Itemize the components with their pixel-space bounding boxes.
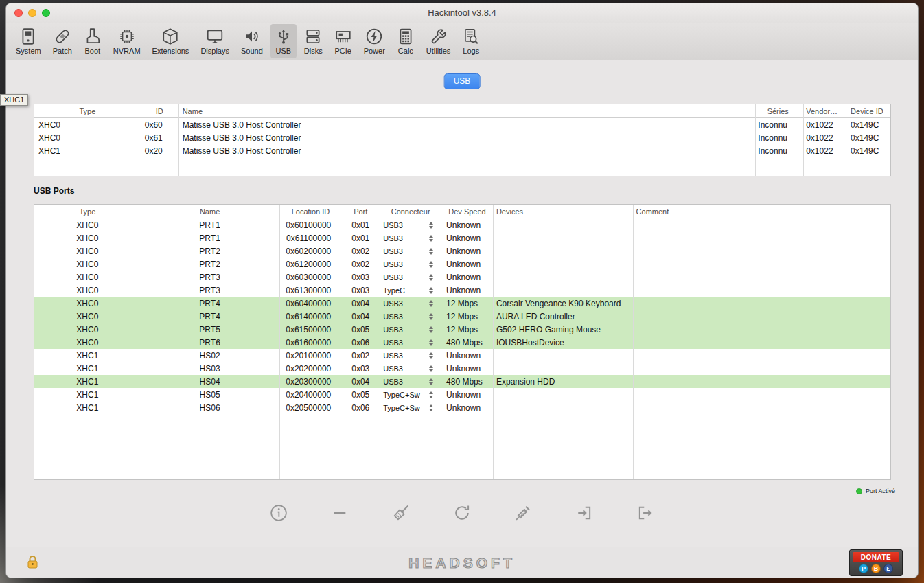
toolbar-item-sound[interactable]: Sound bbox=[237, 24, 267, 58]
connector-select[interactable]: USB3 bbox=[379, 258, 442, 271]
cell-devices bbox=[492, 231, 632, 244]
refresh-button[interactable] bbox=[452, 503, 472, 524]
column-header-port[interactable]: Port bbox=[342, 205, 379, 218]
toolbar-item-displays[interactable]: Displays bbox=[196, 24, 233, 58]
cell-name: PRT2 bbox=[141, 244, 279, 258]
port-row[interactable]: XHC0PRT20x602000000x02USB3Unknown bbox=[34, 244, 890, 258]
toolbar-item-label: Extensions bbox=[152, 47, 189, 56]
cell-comment bbox=[632, 218, 890, 231]
toolbar-item-extensions[interactable]: Extensions bbox=[148, 24, 194, 58]
column-header-device_id[interactable]: Device ID bbox=[846, 104, 890, 117]
litecoin-icon: Ł bbox=[883, 564, 893, 573]
column-header-name[interactable]: Name bbox=[178, 104, 754, 117]
column-header-series[interactable]: Séries bbox=[754, 104, 802, 117]
connector-select[interactable]: USB3 bbox=[379, 323, 442, 336]
export-button[interactable] bbox=[635, 503, 656, 524]
toolbar-item-pcie[interactable]: PCIe bbox=[330, 24, 356, 58]
inject-button[interactable] bbox=[513, 503, 533, 524]
connector-select[interactable]: USB3 bbox=[379, 362, 442, 375]
port-row[interactable]: XHC1HS060x205000000x06TypeC+SwUnknown bbox=[34, 401, 890, 414]
cell-comment bbox=[632, 244, 890, 258]
remove-button[interactable] bbox=[330, 503, 350, 524]
column-header-dev_speed[interactable]: Dev Speed bbox=[442, 205, 492, 218]
column-header-type[interactable]: Type bbox=[34, 205, 141, 218]
port-row[interactable]: XHC1HS040x203000000x04USB3480 MbpsExpans… bbox=[34, 375, 890, 388]
connector-value: USB3 bbox=[383, 312, 403, 321]
port-row[interactable]: XHC0PRT10x601000000x01USB3Unknown bbox=[34, 218, 890, 231]
controller-row[interactable]: XHC00x61Matisse USB 3.0 Host ControllerI… bbox=[34, 131, 890, 144]
port-row[interactable]: XHC0PRT20x612000000x02USB3Unknown bbox=[34, 258, 890, 271]
displays-icon bbox=[206, 25, 224, 47]
cell-comment bbox=[632, 310, 890, 323]
connector-select[interactable]: USB3 bbox=[379, 349, 442, 362]
column-header-id[interactable]: ID bbox=[141, 104, 178, 117]
clean-button[interactable] bbox=[391, 503, 411, 524]
donate-button[interactable]: DONATE PBŁ bbox=[849, 549, 903, 576]
desktop-background: Hackintool v3.8.4 SystemPatchBootNVRAMEx… bbox=[0, 0, 924, 583]
port-row[interactable]: XHC0PRT40x614000000x04USB312 MbpsAURA LE… bbox=[34, 310, 890, 323]
column-header-connector[interactable]: Connecteur bbox=[379, 205, 442, 218]
connector-select[interactable]: USB3 bbox=[379, 218, 442, 231]
port-row[interactable]: XHC0PRT40x604000000x04USB312 MbpsCorsair… bbox=[34, 297, 890, 310]
port-row[interactable]: XHC0PRT10x611000000x01USB3Unknown bbox=[34, 231, 890, 244]
cell-type: XHC1 bbox=[34, 144, 141, 157]
import-button[interactable] bbox=[574, 503, 594, 524]
connector-select[interactable]: TypeC+Sw bbox=[379, 388, 442, 401]
toolbar-item-boot[interactable]: Boot bbox=[80, 24, 106, 58]
port-row[interactable]: XHC0PRT50x615000000x05USB312 MbpsG502 HE… bbox=[34, 323, 890, 336]
port-row[interactable]: XHC0PRT30x603000000x03USB3Unknown bbox=[34, 271, 890, 284]
cell-dev_speed: Unknown bbox=[442, 231, 492, 244]
cell-comment bbox=[632, 349, 890, 362]
connector-select[interactable]: USB3 bbox=[379, 244, 442, 258]
port-row[interactable]: XHC0PRT60x616000000x06USB3480 MbpsIOUSBH… bbox=[34, 336, 890, 349]
stepper-arrows-icon bbox=[429, 274, 433, 281]
cell-comment bbox=[632, 258, 890, 271]
toolbar-item-label: Boot bbox=[85, 47, 101, 56]
connector-select[interactable]: USB3 bbox=[379, 271, 442, 284]
usb-ports-table: TypeNameLocation IDPortConnecteurDev Spe… bbox=[34, 204, 891, 480]
cell-comment bbox=[632, 401, 890, 414]
controller-row[interactable]: XHC00x60Matisse USB 3.0 Host ControllerI… bbox=[34, 118, 890, 131]
cell-dev_speed: 480 Mbps bbox=[442, 336, 492, 349]
port-row[interactable]: XHC1HS030x202000000x03USB3Unknown bbox=[34, 362, 890, 375]
column-header-vendor[interactable]: Vendor… bbox=[802, 104, 846, 117]
column-header-devices[interactable]: Devices bbox=[492, 205, 632, 218]
port-row[interactable]: XHC1HS020x201000000x02USB3Unknown bbox=[34, 349, 890, 362]
cell-series: Inconnu bbox=[754, 118, 802, 131]
toolbar-item-disks[interactable]: Disks bbox=[300, 24, 327, 58]
donate-label: DONATE bbox=[853, 552, 899, 562]
connector-select[interactable]: USB3 bbox=[379, 336, 442, 349]
toolbar-item-usb[interactable]: USB bbox=[270, 24, 297, 58]
column-header-type[interactable]: Type bbox=[34, 104, 141, 117]
toolbar-item-patch[interactable]: Patch bbox=[49, 24, 76, 58]
cell-device_id: 0x149C bbox=[846, 144, 890, 157]
toolbar-item-utilities[interactable]: Utilities bbox=[422, 24, 454, 58]
toolbar-item-calc[interactable]: Calc bbox=[393, 24, 419, 58]
connector-select[interactable]: USB3 bbox=[379, 231, 442, 244]
connector-select[interactable]: TypeC bbox=[379, 284, 442, 297]
logs-icon bbox=[462, 25, 480, 47]
connector-select[interactable]: TypeC+Sw bbox=[379, 401, 442, 414]
toolbar-item-logs[interactable]: Logs bbox=[458, 24, 484, 58]
controllers-table: TypeIDNameSériesVendor…Device ID XHC00x6… bbox=[34, 104, 891, 176]
controller-row[interactable]: XHC10x20Matisse USB 3.0 Host ControllerI… bbox=[34, 144, 890, 157]
cell-type: XHC0 bbox=[34, 118, 141, 131]
column-header-location_id[interactable]: Location ID bbox=[279, 205, 342, 218]
toolbar-item-system[interactable]: System bbox=[12, 24, 45, 58]
cell-series: Inconnu bbox=[754, 131, 802, 144]
connector-select[interactable]: USB3 bbox=[379, 375, 442, 388]
connector-value: USB3 bbox=[383, 247, 403, 255]
column-header-comment[interactable]: Comment bbox=[632, 205, 890, 218]
connector-select[interactable]: USB3 bbox=[379, 310, 442, 323]
column-header-name[interactable]: Name bbox=[141, 205, 279, 218]
info-button[interactable] bbox=[268, 503, 289, 524]
tab-usb[interactable]: USB bbox=[444, 73, 481, 89]
port-row[interactable]: XHC0PRT30x613000000x03TypeCUnknown bbox=[34, 284, 890, 297]
port-row[interactable]: XHC1HS050x204000000x05TypeC+SwUnknown bbox=[34, 388, 890, 401]
toolbar-item-power[interactable]: Power bbox=[360, 24, 389, 58]
connector-select[interactable]: USB3 bbox=[379, 297, 442, 310]
calc-icon bbox=[397, 25, 415, 47]
toolbar-item-nvram[interactable]: NVRAM bbox=[109, 24, 145, 58]
toolbar-item-label: Displays bbox=[200, 47, 229, 56]
cell-devices bbox=[492, 258, 632, 271]
